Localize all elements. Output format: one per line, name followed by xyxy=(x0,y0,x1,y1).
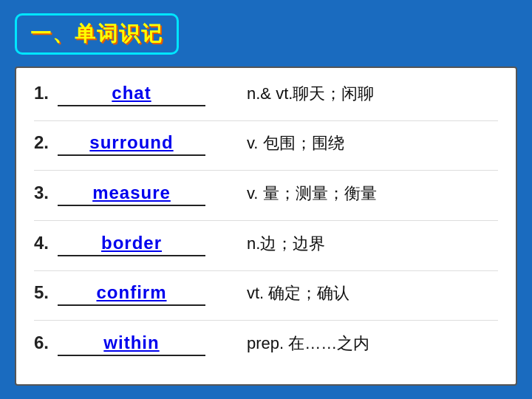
vocab-definition-6: prep. 在……之内 xyxy=(247,332,369,355)
vocab-row: 5. confirm vt. 确定；确认 xyxy=(34,282,498,321)
vocab-number-2: 2. xyxy=(34,132,56,153)
vocab-row: 4. border n.边；边界 xyxy=(34,233,498,271)
vocab-number-3: 3. xyxy=(34,183,56,203)
vocab-definition-2: v. 包围；围绕 xyxy=(247,132,344,154)
vocab-underline-2: surround xyxy=(58,132,205,156)
vocab-blank-5: confirm xyxy=(58,282,235,306)
vocab-number-6: 6. xyxy=(34,332,56,353)
vocab-underline-5: confirm xyxy=(58,282,205,306)
vocab-blank-1: chat xyxy=(58,83,235,106)
vocab-word-2: surround xyxy=(82,132,180,153)
vocab-definition-4: n.边；边界 xyxy=(247,233,325,255)
vocab-underline-1: chat xyxy=(58,83,205,106)
vocab-row: 1. chat n.& vt.聊天；闲聊 xyxy=(34,83,498,121)
vocab-row: 6. within prep. 在……之内 xyxy=(34,332,498,371)
vocab-blank-4: border xyxy=(58,233,235,256)
vocab-blank-2: surround xyxy=(58,132,235,156)
vocab-number-4: 4. xyxy=(34,233,56,253)
vocab-definition-5: vt. 确定；确认 xyxy=(247,282,349,304)
vocab-word-4: border xyxy=(94,233,169,253)
vocab-row: 2. surround v. 包围；围绕 xyxy=(34,132,498,171)
vocab-card: 1. chat n.& vt.聊天；闲聊 2. surround v. 包围；围… xyxy=(15,66,517,386)
vocab-definition-3: v. 量；测量；衡量 xyxy=(247,183,377,205)
title-text: 一、单词识记 xyxy=(30,22,163,45)
vocab-word-6: within xyxy=(96,332,166,353)
vocab-word-1: chat xyxy=(104,83,158,103)
vocab-underline-4: border xyxy=(58,233,205,256)
vocab-underline-3: measure xyxy=(58,183,205,206)
vocab-blank-3: measure xyxy=(58,183,235,206)
vocab-definition-1: n.& vt.聊天；闲聊 xyxy=(247,83,374,105)
vocab-row: 3. measure v. 量；测量；衡量 xyxy=(34,183,498,221)
vocab-number-1: 1. xyxy=(34,83,56,103)
title-box: 一、单词识记 xyxy=(15,13,179,55)
vocab-number-5: 5. xyxy=(34,282,56,303)
vocab-word-5: confirm xyxy=(89,282,174,303)
vocab-blank-6: within xyxy=(58,332,235,356)
vocab-word-3: measure xyxy=(85,183,178,203)
vocab-underline-6: within xyxy=(58,332,205,356)
